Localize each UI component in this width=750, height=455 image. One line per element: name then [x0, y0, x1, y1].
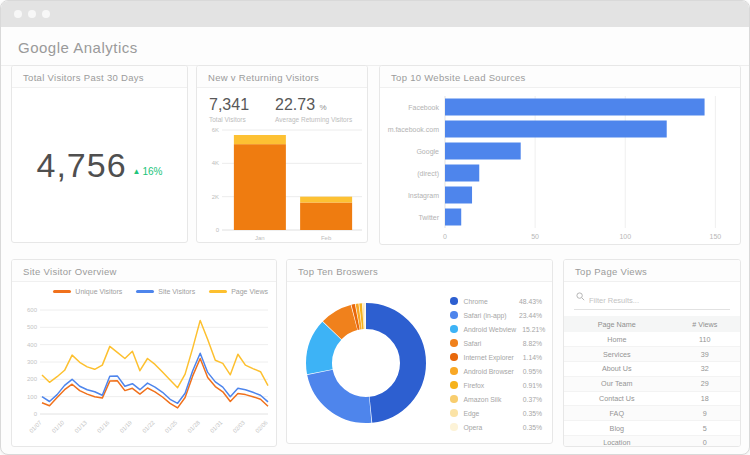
browser-percent: 0.35%: [523, 424, 542, 431]
window-control-dot[interactable]: [14, 10, 22, 18]
browser-percent: 0.35%: [523, 410, 542, 417]
legend-dot: [450, 381, 458, 389]
svg-text:0: 0: [34, 411, 38, 417]
browser-legend-row[interactable]: Firefox0.91%: [450, 378, 542, 392]
total-visitors-delta: ▲ 16%: [133, 166, 163, 177]
svg-text:01/22: 01/22: [141, 419, 156, 434]
svg-text:300: 300: [27, 359, 38, 365]
table-row[interactable]: Location0: [564, 436, 740, 447]
legend-swatch: [136, 290, 154, 292]
table-row[interactable]: Contact Us18: [564, 391, 740, 406]
lead-source-bar[interactable]: [445, 187, 472, 204]
cell-views: 32: [670, 362, 740, 377]
browser-legend-row[interactable]: Opera0.35%: [450, 420, 542, 434]
filter-results-input[interactable]: [574, 293, 730, 310]
total-visitors-value: 4,756: [36, 146, 126, 185]
legend-swatch: [209, 290, 227, 292]
browser-name: Amazon Silk: [464, 396, 517, 403]
svg-text:200: 200: [27, 376, 38, 382]
svg-text:Facebook: Facebook: [408, 104, 439, 111]
panel-title-lead-sources: Top 10 Website Lead Sources: [380, 66, 740, 88]
bar-new-visitors[interactable]: [234, 144, 286, 230]
browser-legend-row[interactable]: Amazon Silk0.37%: [450, 392, 542, 406]
legend-item[interactable]: Site Visitors: [136, 288, 195, 295]
stat-value: 22.73: [275, 96, 315, 113]
stat-total-visitors: 7,341 Total Visitors: [209, 96, 249, 123]
browser-name: Android Webview: [464, 326, 517, 333]
table-row[interactable]: Services39: [564, 347, 740, 362]
panel-top-page-views: Top Page Views Page Name # Views Home110…: [563, 259, 741, 447]
site-visitor-line-chart: 010020030040050060001/0701/1001/1301/160…: [12, 302, 277, 446]
line-series: [42, 353, 268, 403]
column-header-views[interactable]: # Views: [670, 316, 740, 332]
cell-views: 9: [670, 406, 740, 421]
legend-label: Unique Visitors: [75, 288, 122, 295]
browser-legend-row[interactable]: Safari8.82%: [450, 336, 542, 350]
panel-site-visitor-overview: Site Visitor Overview Unique VisitorsSit…: [11, 259, 277, 447]
svg-text:01/16: 01/16: [96, 419, 111, 434]
svg-text:Google: Google: [416, 148, 439, 156]
lead-source-bar[interactable]: [445, 121, 667, 138]
legend-dot: [450, 325, 458, 333]
line-series: [42, 320, 268, 387]
cell-page-name: About Us: [564, 362, 670, 377]
browser-legend-row[interactable]: Android Webview15.21%: [450, 322, 542, 336]
browser-window: Google Analytics Total Visitors Past 30 …: [0, 0, 750, 455]
browser-legend-row[interactable]: Chrome48.43%: [450, 294, 542, 308]
cell-views: 29: [670, 376, 740, 391]
lead-source-bar[interactable]: [445, 209, 461, 226]
browser-name: Firefox: [464, 382, 517, 389]
legend-dot: [450, 297, 458, 305]
browser-legend-row[interactable]: Edge0.35%: [450, 406, 542, 420]
svg-text:m.facebook.com: m.facebook.com: [388, 126, 440, 133]
browser-percent: 8.82%: [523, 340, 542, 347]
lead-source-bar[interactable]: [445, 99, 705, 116]
cell-page-name: Contact Us: [564, 391, 670, 406]
svg-text:01/13: 01/13: [73, 419, 88, 434]
browser-percent: 0.37%: [523, 396, 542, 403]
lead-source-bar[interactable]: [445, 143, 521, 160]
up-arrow-icon: ▲: [133, 167, 141, 176]
legend-dot: [450, 367, 458, 375]
window-control-dot[interactable]: [42, 10, 50, 18]
app-header: Google Analytics: [1, 27, 749, 66]
cell-page-name: Our Team: [564, 376, 670, 391]
table-row[interactable]: Blog5: [564, 421, 740, 436]
panel-title-site-visitor-overview: Site Visitor Overview: [12, 260, 276, 282]
table-row[interactable]: Home110: [564, 332, 740, 347]
svg-text:(direct): (direct): [417, 170, 439, 178]
bar-returning-visitors[interactable]: [300, 197, 352, 203]
table-row[interactable]: FAQ9: [564, 406, 740, 421]
svg-text:500: 500: [27, 324, 38, 330]
window-control-dot[interactable]: [28, 10, 36, 18]
stat-label: Average Returning Visitors: [275, 116, 352, 123]
bar-new-visitors[interactable]: [300, 203, 352, 231]
legend-dot: [450, 311, 458, 319]
panel-title-new-v-returning: New v Returning Visitors: [197, 66, 367, 88]
svg-text:Feb: Feb: [321, 235, 332, 241]
svg-text:01/28: 01/28: [186, 419, 201, 434]
svg-text:100: 100: [27, 394, 38, 400]
column-header-page-name[interactable]: Page Name: [564, 316, 670, 332]
svg-text:Twitter: Twitter: [418, 214, 439, 221]
legend-item[interactable]: Unique Visitors: [53, 288, 122, 295]
cell-page-name: Blog: [564, 421, 670, 436]
browser-name: Opera: [464, 424, 517, 431]
page-title: Google Analytics: [18, 39, 732, 56]
table-row[interactable]: Our Team29: [564, 376, 740, 391]
browser-percent: 1.14%: [523, 354, 542, 361]
delta-percent: 16%: [143, 166, 163, 177]
legend-item[interactable]: Page Views: [209, 288, 268, 295]
table-row[interactable]: About Us32: [564, 362, 740, 377]
svg-text:01/07: 01/07: [28, 419, 43, 434]
browser-legend-row[interactable]: Internet Explorer1.14%: [450, 350, 542, 364]
browser-legend-row[interactable]: Safari (in-app)23.44%: [450, 308, 542, 322]
browser-legend-row[interactable]: Android Browser0.95%: [450, 364, 542, 378]
bar-returning-visitors[interactable]: [234, 135, 286, 144]
browser-name: Safari (in-app): [464, 312, 513, 319]
donut-legend: Chrome48.43%Safari (in-app)23.44%Android…: [450, 294, 542, 434]
svg-text:100: 100: [619, 233, 631, 240]
lead-source-bar[interactable]: [445, 165, 479, 182]
svg-text:0: 0: [443, 233, 447, 240]
svg-text:400: 400: [27, 342, 38, 348]
